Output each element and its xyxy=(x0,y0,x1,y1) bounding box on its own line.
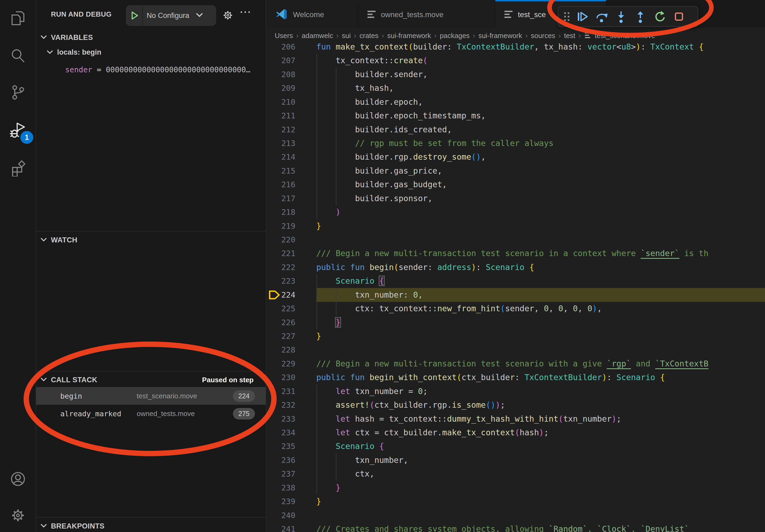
continue-button[interactable] xyxy=(573,8,592,25)
call-stack-section-header[interactable]: CALL STACK Paused on step xyxy=(36,374,266,386)
restart-button[interactable] xyxy=(650,8,669,25)
line-number[interactable]: 236 xyxy=(267,453,296,467)
line-number[interactable]: 227 xyxy=(267,329,296,343)
line-number[interactable]: 225 xyxy=(267,302,296,316)
extensions-icon[interactable] xyxy=(9,159,27,176)
breadcrumb-item[interactable]: adamwelc xyxy=(302,32,333,40)
code-line[interactable]: ctx: tx_context::new_from_hint(sender, 0… xyxy=(316,302,765,316)
line-number[interactable]: 223 xyxy=(267,274,296,288)
code-line[interactable]: builder.sponsor, xyxy=(316,191,765,205)
step-into-button[interactable] xyxy=(611,8,631,25)
watch-section-header[interactable]: WATCH xyxy=(36,234,266,246)
code-line[interactable]: let txn_number = 0; xyxy=(316,385,765,398)
code-line[interactable]: tx_context::create( xyxy=(316,54,765,68)
code-line[interactable]: public fun begin_with_context(ctx_builde… xyxy=(316,371,765,385)
code-line[interactable]: /// Begin a new multi-transaction test s… xyxy=(316,246,765,260)
code-line[interactable]: let hash = tx_context::dummy_tx_hash_wit… xyxy=(316,412,765,426)
code-line[interactable]: ctx, xyxy=(316,467,765,481)
line-number[interactable]: 212 xyxy=(267,123,296,136)
drag-grip-icon[interactable] xyxy=(561,10,573,23)
breadcrumb-item[interactable]: sources xyxy=(531,32,555,40)
line-number[interactable]: 216 xyxy=(267,177,296,191)
code-line[interactable]: } xyxy=(316,494,765,508)
start-debug-icon[interactable] xyxy=(126,6,143,25)
line-number[interactable]: 215 xyxy=(267,164,296,178)
code-line[interactable]: } xyxy=(316,316,765,330)
code-line[interactable]: assert!(ctx_builder.rgp.is_some()); xyxy=(316,398,765,412)
code-line[interactable] xyxy=(316,233,765,247)
code-line[interactable] xyxy=(316,508,765,522)
code-line[interactable]: builder.ids_created, xyxy=(316,123,765,136)
more-actions-icon[interactable]: ⋯ xyxy=(239,5,252,19)
line-number[interactable]: 232 xyxy=(267,398,296,412)
code-line[interactable]: builder.epoch, xyxy=(316,95,765,109)
line-number[interactable]: 238 xyxy=(267,481,296,495)
line-number[interactable]: 241 xyxy=(267,522,296,532)
line-number[interactable]: 210 xyxy=(267,95,296,109)
code-line[interactable]: let ctx = ctx_builder.make_tx_context(ha… xyxy=(316,426,765,439)
gear-icon[interactable] xyxy=(222,9,234,23)
code-line[interactable]: } xyxy=(316,329,765,343)
line-number[interactable]: 226 xyxy=(267,316,296,330)
line-number[interactable]: 230 xyxy=(267,371,296,385)
code-line[interactable] xyxy=(316,343,765,357)
tab-welcome[interactable]: Welcome xyxy=(267,0,359,28)
breadcrumb-item[interactable]: sui-framework xyxy=(387,32,431,40)
code-line[interactable]: // rgp must be set from the caller alway… xyxy=(316,136,765,150)
line-number[interactable]: 207 xyxy=(267,54,296,68)
code-line[interactable]: builder.rgp.destroy_some(), xyxy=(316,150,765,164)
line-number[interactable]: 234 xyxy=(267,426,296,439)
breadcrumb-item[interactable]: sui-framework xyxy=(478,32,522,40)
code-line[interactable]: tx_hash, xyxy=(316,81,765,95)
code-line[interactable]: Scenario { xyxy=(316,439,765,453)
code-line[interactable]: Scenario { xyxy=(316,274,765,288)
search-icon[interactable] xyxy=(9,47,27,65)
line-number[interactable]: 235 xyxy=(267,439,296,453)
call-stack-frame[interactable]: begintest_scenario.move224 xyxy=(36,387,266,405)
line-number[interactable]: 221 xyxy=(267,246,296,260)
line-number[interactable]: 213 xyxy=(267,136,296,150)
breadcrumb-item[interactable]: test xyxy=(564,32,575,40)
breadcrumb-file[interactable]: test_scenario.move xyxy=(595,32,655,40)
line-number[interactable]: 220 xyxy=(267,233,296,247)
variable-row[interactable]: sender = 0000000000000000000000000000000… xyxy=(65,65,264,74)
breadcrumb-item[interactable]: packages xyxy=(440,32,469,40)
account-icon[interactable] xyxy=(9,470,27,487)
code-line[interactable]: ) xyxy=(316,205,765,219)
variables-section-header[interactable]: VARIABLES xyxy=(36,32,266,43)
line-number[interactable]: 217 xyxy=(267,191,296,205)
step-out-button[interactable] xyxy=(631,8,650,25)
line-number[interactable]: 209 xyxy=(267,81,296,95)
line-number[interactable]: 237 xyxy=(267,467,296,481)
explorer-icon[interactable] xyxy=(9,10,27,27)
code-line[interactable]: /// Begin a new multi-transaction test s… xyxy=(316,357,765,371)
breadcrumb-item[interactable]: crates xyxy=(360,32,379,40)
code-line[interactable]: builder.epoch_timestamp_ms, xyxy=(316,109,765,123)
code-line[interactable]: txn_number, xyxy=(316,453,765,467)
code-line[interactable]: public fun begin(sender: address): Scena… xyxy=(316,260,765,274)
line-number[interactable]: 233 xyxy=(267,412,296,426)
code-line[interactable]: /// Creates and shares system objects, a… xyxy=(316,522,765,532)
line-number[interactable]: 239 xyxy=(267,494,296,508)
call-stack-frame[interactable]: already_markedowned_tests.move275 xyxy=(36,405,266,422)
stop-button[interactable] xyxy=(669,8,689,25)
variables-scope-row[interactable]: locals: begin xyxy=(46,48,101,57)
step-over-button[interactable] xyxy=(592,8,611,25)
settings-gear-icon[interactable] xyxy=(9,507,27,524)
code-line[interactable]: txn_number: 0, xyxy=(316,288,765,302)
launch-configuration-dropdown[interactable]: No Configura xyxy=(126,5,216,26)
code-line[interactable]: } xyxy=(316,219,765,233)
code-line[interactable]: builder.gas_budget, xyxy=(316,177,765,191)
line-number[interactable]: 229 xyxy=(267,357,296,371)
tab-owned-tests-move[interactable]: owned_tests.move xyxy=(359,0,495,28)
line-number[interactable]: 218 xyxy=(267,205,296,219)
breadcrumb-item[interactable]: Users xyxy=(275,32,293,40)
line-number[interactable]: 208 xyxy=(267,68,296,82)
line-number[interactable]: 231 xyxy=(267,385,296,398)
code-line[interactable]: } xyxy=(316,481,765,495)
line-number[interactable]: 219 xyxy=(267,219,296,233)
breakpoints-section-header[interactable]: BREAKPOINTS xyxy=(36,520,266,532)
code-line[interactable]: builder.gas_price, xyxy=(316,164,765,178)
breadcrumb-item[interactable]: sui xyxy=(342,32,351,40)
source-control-icon[interactable] xyxy=(9,84,27,101)
